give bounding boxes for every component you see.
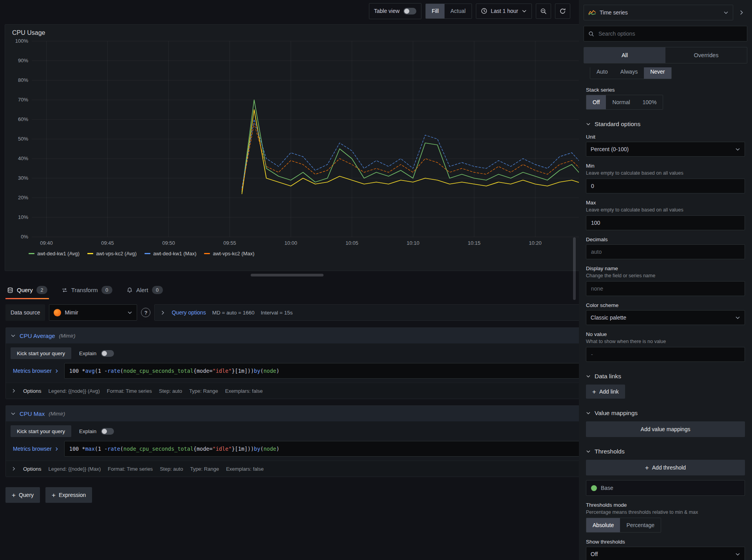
svg-text:80%: 80% <box>18 77 28 83</box>
max-label: Max <box>586 200 745 206</box>
legend-swatch <box>29 253 34 254</box>
kick-start-query-button[interactable]: Kick start your query <box>11 425 71 437</box>
datasource-help-icon[interactable]: ? <box>141 308 150 317</box>
toggle-knob <box>404 9 409 14</box>
query-datasource-hint: (Mimir) <box>59 333 76 339</box>
tab-overrides[interactable]: Overrides <box>665 47 747 63</box>
color-scheme-label: Color scheme <box>586 302 745 308</box>
add-query-label: Query <box>19 492 34 498</box>
tab-query[interactable]: Query 2 <box>5 286 49 299</box>
exemplars-meta: Exemplars: false <box>226 466 264 472</box>
data-links-section[interactable]: Data links <box>586 373 745 380</box>
query-title[interactable]: CPU Max <box>20 410 45 417</box>
chevron-right-icon <box>54 447 59 451</box>
exemplars-meta: Exemplars: false <box>225 388 263 394</box>
tab-transform[interactable]: Transform 0 <box>60 286 114 299</box>
stack-100-option[interactable]: 100% <box>636 95 663 109</box>
unit-select[interactable]: Percent (0-100) <box>586 142 745 157</box>
stack-normal-option[interactable]: Normal <box>606 95 636 109</box>
absolute-option[interactable]: Absolute <box>586 518 620 532</box>
max-desc: Leave empty to calculate based on all va… <box>586 207 745 213</box>
min-input[interactable] <box>586 179 745 193</box>
step-meta: Step: auto <box>160 466 183 472</box>
svg-text:09:45: 09:45 <box>101 240 114 246</box>
chevron-right-icon <box>160 310 165 315</box>
legend-item[interactable]: awt-vps-kc2 (Max) <box>204 251 254 257</box>
options-search[interactable] <box>584 26 747 42</box>
database-icon <box>7 287 13 293</box>
always-option[interactable]: Always <box>614 67 644 79</box>
table-view-toggle[interactable] <box>403 8 416 14</box>
standard-options-section[interactable]: Standard options <box>586 121 745 128</box>
no-value-input[interactable] <box>586 347 745 362</box>
add-query-button[interactable]: + Query <box>5 487 40 503</box>
chevron-down-icon[interactable] <box>11 333 16 338</box>
svg-text:50%: 50% <box>18 136 28 142</box>
base-threshold-row[interactable]: Base <box>586 480 745 496</box>
add-value-mappings-button[interactable]: Add value mappings <box>586 421 745 437</box>
zoom-out-button[interactable] <box>536 4 551 19</box>
metrics-browser-label: Metrics browser <box>13 446 52 452</box>
color-scheme-select[interactable]: Classic palette <box>586 310 745 325</box>
time-range-label: Last 1 hour <box>491 8 518 14</box>
panel-editor-toolbar: Table view Fill Actual Last 1 hour <box>0 0 579 22</box>
min-label: Min <box>586 163 745 169</box>
tab-alert[interactable]: Alert 0 <box>125 286 164 299</box>
max-input[interactable] <box>586 215 745 230</box>
chevron-down-icon <box>735 147 740 152</box>
close-options-pane-button[interactable] <box>736 5 747 20</box>
horizontal-scrollbar[interactable] <box>251 274 324 276</box>
svg-text:60%: 60% <box>18 116 28 122</box>
decimals-input[interactable] <box>586 244 745 259</box>
min-desc: Leave empty to calculate based on all va… <box>586 170 745 176</box>
explain-toggle[interactable] <box>101 428 114 435</box>
datasource-picker[interactable]: Mimir <box>49 304 137 321</box>
chevron-down-icon <box>586 449 591 454</box>
never-option[interactable]: Never <box>644 67 671 79</box>
add-expression-button[interactable]: + Expression <box>45 487 92 503</box>
time-range-picker[interactable]: Last 1 hour <box>476 4 532 19</box>
viz-picker[interactable]: Time series <box>584 5 733 20</box>
legend-item[interactable]: awt-ded-kw1 (Max) <box>145 251 197 257</box>
display-name-input[interactable] <box>586 281 745 296</box>
add-threshold-button[interactable]: + Add threshold <box>586 460 745 475</box>
legend-series-name: awt-ded-kw1 (Avg) <box>37 251 80 257</box>
table-view-label: Table view <box>374 8 400 14</box>
svg-text:10:10: 10:10 <box>407 240 419 246</box>
toggle-knob <box>102 351 107 356</box>
chevron-down-icon[interactable] <box>11 411 16 416</box>
value-mappings-section[interactable]: Value mappings <box>586 410 745 417</box>
refresh-button[interactable] <box>555 4 570 19</box>
show-thresholds-select[interactable]: Off <box>586 547 745 560</box>
auto-option[interactable]: Auto <box>590 67 614 79</box>
tab-query-label: Query <box>17 287 33 293</box>
stack-off-option[interactable]: Off <box>586 95 606 109</box>
threshold-color-dot[interactable] <box>591 485 597 491</box>
add-link-button[interactable]: + Add link <box>586 385 625 399</box>
tab-all[interactable]: All <box>584 47 665 63</box>
percentage-option[interactable]: Percentage <box>620 518 661 532</box>
legend-item[interactable]: awt-vps-kc2 (Avg) <box>87 251 137 257</box>
options-label: Options <box>23 466 42 472</box>
chevron-down-icon <box>735 552 740 557</box>
add-link-label: Add link <box>599 388 619 395</box>
legend-item[interactable]: awt-ded-kw1 (Avg) <box>29 251 80 257</box>
datasource-name: Mimir <box>65 309 78 316</box>
clock-icon <box>481 8 487 14</box>
explain-toggle[interactable] <box>101 350 114 357</box>
kick-start-query-button[interactable]: Kick start your query <box>11 347 71 359</box>
legend-series-name: awt-ded-kw1 (Max) <box>153 251 197 257</box>
query-title[interactable]: CPU Average <box>20 332 55 339</box>
tab-transform-label: Transform <box>71 287 98 293</box>
metrics-browser-button[interactable]: Metrics browser <box>11 441 61 457</box>
actual-option[interactable]: Actual <box>445 4 472 18</box>
options-search-input[interactable] <box>598 30 743 37</box>
fill-option[interactable]: Fill <box>426 4 445 18</box>
metrics-browser-button[interactable]: Metrics browser <box>11 363 61 379</box>
unit-value: Percent (0-100) <box>591 146 629 152</box>
svg-text:09:50: 09:50 <box>162 240 175 246</box>
thresholds-section[interactable]: Thresholds <box>586 448 745 455</box>
svg-text:20%: 20% <box>18 195 28 201</box>
bell-icon <box>127 287 133 293</box>
vertical-scrollbar[interactable] <box>573 237 576 300</box>
